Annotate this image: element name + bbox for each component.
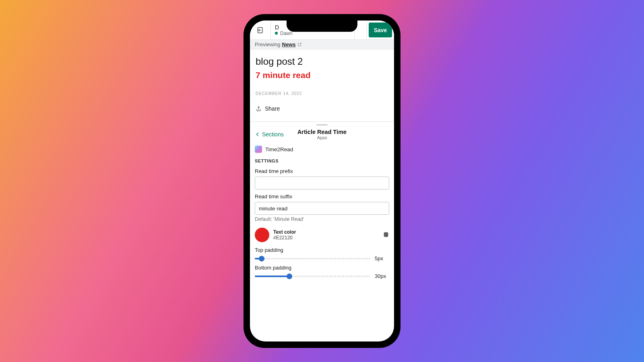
suffix-label: Read time suffix <box>255 193 389 200</box>
back-label: Sections <box>262 131 284 138</box>
preview-page-link[interactable]: News <box>282 41 296 47</box>
settings-heading: SETTINGS <box>250 156 394 166</box>
share-label: Share <box>265 105 280 112</box>
prefix-input[interactable] <box>255 177 389 189</box>
suffix-helper: Default: 'Minute Read' <box>255 216 389 222</box>
phone-notch <box>287 21 357 32</box>
slider-thumb[interactable] <box>259 256 264 261</box>
article-date: DECEMBER 14, 2022 <box>256 91 388 96</box>
save-button[interactable]: Save <box>369 23 392 37</box>
preview-strip: Previewing News <box>250 40 394 49</box>
bottom-padding-label: Bottom padding <box>255 265 389 271</box>
top-padding-slider[interactable] <box>255 258 371 259</box>
article-title: blog post 2 <box>256 56 388 67</box>
previewing-label: Previewing <box>255 41 281 47</box>
back-to-sections-button[interactable]: Sections <box>255 131 284 138</box>
panel-subtitle: Apps <box>297 135 347 140</box>
text-color-label: Text color <box>273 229 379 235</box>
app-row[interactable]: Time2Read <box>250 142 394 156</box>
color-swatch <box>255 228 269 242</box>
exit-icon <box>256 26 264 34</box>
prefix-label: Read time prefix <box>255 168 389 174</box>
field-bottom-padding: Bottom padding 30px <box>250 262 394 280</box>
bottom-padding-value: 30px <box>375 273 389 279</box>
share-icon <box>256 106 262 112</box>
app-name: Time2Read <box>265 146 293 152</box>
gradient-background: D Dawn Save Previewing News <box>0 0 644 362</box>
phone-screen: D Dawn Save Previewing News <box>250 21 394 341</box>
top-padding-value: 5px <box>375 255 389 261</box>
share-button[interactable]: Share <box>256 105 388 117</box>
bottom-padding-slider[interactable] <box>255 276 371 277</box>
field-read-time-suffix: Read time suffix Default: 'Minute Read' <box>250 191 394 224</box>
status-dot-icon <box>275 32 278 35</box>
external-link-icon <box>297 42 302 47</box>
article-preview: blog post 2 7 minute read DECEMBER 14, 2… <box>250 49 394 121</box>
panel-title: Article Read Time <box>297 129 347 135</box>
field-top-padding: Top padding 5px <box>250 245 394 262</box>
phone-frame: D Dawn Save Previewing News <box>244 14 400 348</box>
panel-header: Sections Article Read Time Apps <box>250 125 394 142</box>
settings-panel: Sections Article Read Time Apps Time2Rea… <box>250 121 394 280</box>
exit-editor-button[interactable] <box>250 21 271 39</box>
top-padding-label: Top padding <box>255 247 389 253</box>
text-color-row[interactable]: Text color #E22120 <box>250 224 394 245</box>
read-time-text: 7 minute read <box>256 70 388 80</box>
text-color-hex: #E22120 <box>273 235 379 241</box>
field-read-time-prefix: Read time prefix <box>250 166 394 191</box>
slider-thumb[interactable] <box>287 274 292 279</box>
suffix-input[interactable] <box>255 202 389 215</box>
chevron-left-icon <box>255 132 260 137</box>
app-icon <box>255 146 262 153</box>
database-icon <box>383 232 389 238</box>
